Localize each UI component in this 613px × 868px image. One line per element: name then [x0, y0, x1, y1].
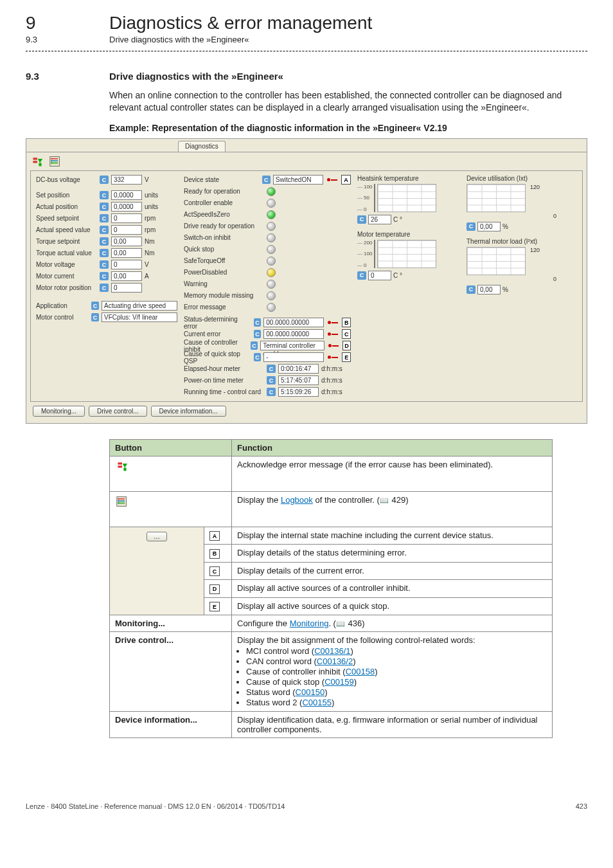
row-tag-d: Display all active sources of a controll… [232, 580, 553, 598]
monitoring-button[interactable]: Monitoring... [33, 406, 85, 417]
logbook-icon[interactable] [48, 155, 62, 168]
drive-control-button[interactable]: Drive control... [89, 406, 147, 417]
row-tag-b: Display details of the status determinin… [232, 545, 553, 563]
status-row: Switch-on inhibit [184, 233, 351, 243]
telemetry-row: Actual speed valueC0rpm [36, 225, 177, 235]
row-monitoring: Configure the Monitoring. ( 436) [232, 615, 553, 632]
mini-graph: Motor temperature2001000C0C ° [357, 231, 460, 280]
row-device-info: Display identification data, e.g. firmwa… [232, 712, 553, 738]
status-row: Memory module missing [184, 291, 351, 301]
svg-point-13 [118, 502, 119, 503]
code-link[interactable]: C00159 [324, 677, 354, 687]
telemetry-row: Motor voltageC0V [36, 260, 177, 270]
application-row: ApplicationCActuating drive speed [36, 301, 177, 311]
row-tag-c: Display details of the current error. [232, 562, 553, 580]
status-row: ActSpeedIsZero [184, 210, 351, 220]
logbook-icon [115, 495, 129, 508]
error-row: Cause of quick stop QSPC-E [184, 352, 351, 363]
svg-point-6 [51, 162, 52, 163]
svg-point-4 [51, 158, 52, 159]
telemetry-row: Actual positionC0,0000units [36, 202, 177, 212]
monitoring-link[interactable]: Monitoring [290, 619, 329, 628]
footer-left: Lenze · 8400 StateLine · Reference manua… [26, 802, 285, 810]
logbook-link[interactable]: Logbook [281, 495, 313, 505]
svg-point-11 [118, 498, 119, 499]
status-row: Warning [184, 279, 351, 289]
tab-diagnostics[interactable]: Diagnostics [178, 141, 226, 152]
tag-b-icon: B [209, 549, 220, 559]
error-row: Status-determining errorC00.0000.00000B [184, 318, 351, 328]
telemetry-row: Motor currentC0,00A [36, 271, 177, 282]
subsection-number: 9.3 [26, 35, 84, 44]
svg-point-12 [118, 500, 119, 502]
drive-bullet: Cause of quick stop (C00159) [246, 677, 547, 687]
tag-c-icon: C [209, 566, 220, 576]
row-drive-control: Display the bit assignment of the follow… [232, 632, 553, 712]
acknowledge-icon [115, 460, 129, 473]
code-link[interactable]: C00136/2 [317, 656, 353, 666]
mini-graph: Device utilisation (Ixt)1200C0,00% [466, 175, 556, 231]
monitoring-label: Monitoring... [115, 619, 165, 628]
status-row: SafeTorqueOff [184, 256, 351, 266]
status-row: Error message [184, 302, 351, 312]
tag-e-icon: E [209, 602, 220, 611]
tag-a-icon: A [209, 531, 220, 541]
telemetry-row: DC-bus voltageC332V [36, 175, 177, 185]
tag-button[interactable]: E [342, 352, 351, 362]
code-link[interactable]: C00158 [346, 667, 375, 676]
telemetry-row: Torque setpointC0,00Nm [36, 237, 177, 247]
telemetry-row: Set positionC0,0000units [36, 190, 177, 201]
mini-graph: Thermal motor load (I²xt)1200C0,00% [466, 238, 556, 294]
intro-paragraph: When an online connection to the control… [109, 89, 587, 114]
example-heading: Example: Representation of the diagnosti… [109, 123, 587, 133]
button-function-table: Button Function Acknowledge error messag… [109, 439, 553, 739]
subsection-title: Drive diagnostics with the »Engineer« [109, 35, 249, 44]
code-link[interactable]: C00155 [302, 698, 332, 707]
page-ref-icon [380, 495, 389, 505]
tag-a-button[interactable]: A [341, 175, 351, 185]
drive-bullet: CAN control word (C00136/2) [246, 656, 547, 666]
error-row: Cause of controller inhibitCTerminal con… [184, 341, 351, 351]
status-row: Drive ready for operation [184, 221, 351, 231]
telemetry-row: Torque actual valueC0,00Nm [36, 248, 177, 258]
status-row: Quick stop [184, 244, 351, 255]
acknowledge-icon[interactable] [30, 155, 44, 168]
row-tag-a: Display the internal state machine inclu… [232, 527, 553, 545]
error-row: Current errorC00.0000.00000C [184, 329, 351, 339]
time-row: Elapsed-hour meterC0:00:16:47d:h:m:s [184, 364, 351, 374]
status-row: Controller enable [184, 198, 351, 208]
section-title: Drive diagnostics with the »Engineer« [109, 71, 283, 82]
row-tag-e: Display all active sources of a quick st… [232, 597, 553, 615]
mini-graph: Heatsink temperature100500C26C ° [357, 175, 460, 224]
device-state-row: Device stateCSwitchedONA [184, 175, 351, 185]
telemetry-row: Speed setpointC0rpm [36, 213, 177, 224]
status-row: PowerDisabled [184, 267, 351, 278]
device-information-button[interactable]: Device information... [151, 406, 226, 417]
device-info-label: Device information... [115, 715, 197, 725]
drive-control-label: Drive control... [115, 635, 173, 645]
code-link[interactable]: C00136/1 [314, 646, 350, 656]
drive-bullet: MCI control word (C00136/1) [246, 646, 547, 656]
tag-d-icon: D [209, 584, 220, 594]
tag-button[interactable]: B [342, 318, 351, 327]
chapter-number: 9 [26, 13, 84, 33]
time-row: Power-on time meterC5:17:45:07d:h:m:s [184, 375, 351, 386]
ellipsis-button: … [147, 532, 167, 541]
page-ref-icon [336, 619, 346, 628]
chapter-title: Diagnostics & error management [109, 13, 372, 33]
footer-page: 423 [576, 802, 587, 810]
divider [26, 51, 587, 51]
tag-button[interactable]: C [342, 329, 351, 339]
table-header-button: Button [110, 439, 232, 456]
drive-bullet: Status word (C00150) [246, 687, 547, 697]
row-acknowledge: Acknowledge error message (if the error … [232, 456, 553, 491]
diagnostics-screenshot: Diagnostics DC-bus voltageC332VSet posit… [26, 138, 587, 424]
time-row: Running time - control cardC5:15:09:26d:… [184, 387, 351, 397]
code-link[interactable]: C00150 [296, 687, 325, 697]
svg-point-5 [51, 160, 52, 161]
status-row: Ready for operation [184, 186, 351, 197]
motor-control-row: Motor controlCVFCplus: V/f linear [36, 312, 177, 323]
section-number: 9.3 [26, 71, 84, 82]
row-logbook: Display the Logbook of the controller. (… [232, 491, 553, 527]
tag-button[interactable]: D [342, 341, 351, 350]
